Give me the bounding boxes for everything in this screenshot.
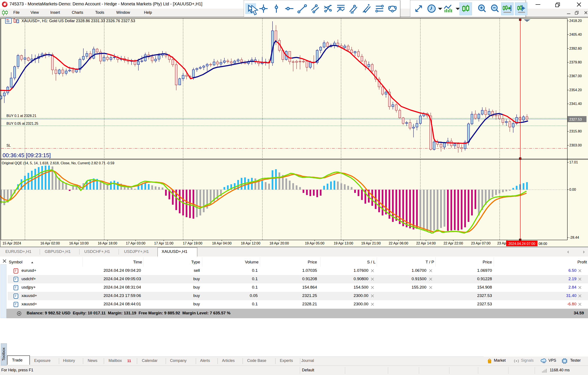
svg-text:22 Apr 06:00: 22 Apr 06:00 [389,241,408,245]
svg-text:17.01: 17.01 [569,161,578,164]
svg-text:2354.20: 2354.20 [569,88,582,92]
svg-text:2327.53: 2327.53 [569,118,582,121]
svg-text:2303.00: 2303.00 [569,143,582,147]
svg-text:16 Apr 18:00: 16 Apr 18:00 [98,241,117,245]
svg-text:17 Apr 11:00: 17 Apr 11:00 [154,241,173,245]
svg-text:SL: SL [6,144,11,147]
svg-text:2405.40: 2405.40 [569,33,582,36]
svg-text:19 Apr 13:00: 19 Apr 13:00 [334,241,353,245]
svg-text:16 Apr 10:00: 16 Apr 10:00 [69,241,89,245]
svg-text:15 Apr 2024: 15 Apr 2024 [3,241,21,245]
svg-text:00:36:45 [09:23:15]: 00:36:45 [09:23:15] [3,152,51,159]
svg-text:17 Apr 19:00: 17 Apr 19:00 [183,241,202,245]
svg-text:BUY 0.1 at 2328.21: BUY 0.1 at 2328.21 [6,114,36,118]
svg-text:2024.04.24 07:00: 2024.04.24 07:00 [508,242,535,246]
svg-text:2315.80: 2315.80 [569,129,582,133]
svg-text:08:00: 08:00 [539,242,547,246]
svg-text:2418.20: 2418.20 [569,19,582,22]
svg-text:17 Apr 03:00: 17 Apr 03:00 [126,241,146,245]
svg-text:18 Apr 20:00: 18 Apr 20:00 [270,241,289,245]
svg-text:2392.60: 2392.60 [569,47,582,50]
svg-text:BUY 0.05 at 2321.25: BUY 0.05 at 2321.25 [6,122,38,125]
svg-text:22 Apr 14:00: 22 Apr 14:00 [416,241,436,245]
svg-text:19 Apr 05:00: 19 Apr 05:00 [305,241,325,245]
svg-text:0.00: 0.00 [569,188,576,191]
svg-text:16 Apr 02:00: 16 Apr 02:00 [40,241,60,245]
svg-text:19 Apr 21:00: 19 Apr 21:00 [361,241,381,245]
svg-text:Original QQE (14, 5, 14, 1.618: Original QQE (14, 5, 14, 1.618, 2.618, C… [2,161,114,165]
svg-text:-28.44: -28.44 [569,236,579,239]
svg-text:XAUUSD+, H1: Gold US Dollar: XAUUSD+, H1: Gold US Dollar 2328.86 2331… [21,19,135,23]
svg-text:23 Apr 07:00: 23 Apr 07:00 [471,241,491,245]
svg-text:18 Apr 12:00: 18 Apr 12:00 [241,241,261,245]
svg-text:18 Apr 04:00: 18 Apr 04:00 [212,241,232,245]
svg-text:2341.40: 2341.40 [569,102,582,106]
svg-text:2379.80: 2379.80 [569,60,582,64]
svg-text:2367.00: 2367.00 [569,74,582,78]
svg-text:22 Apr 22:00: 22 Apr 22:00 [444,241,463,245]
